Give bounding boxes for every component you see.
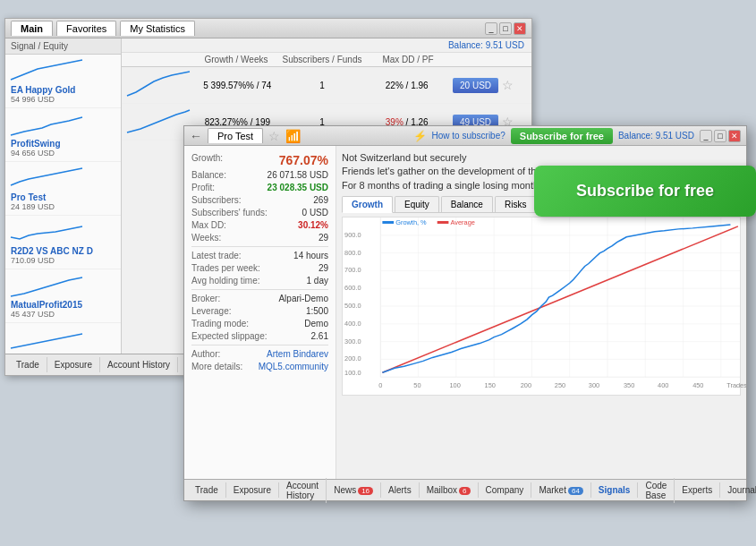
front-tab-protest[interactable]: Pro Test [208, 128, 263, 143]
svg-text:300: 300 [589, 382, 599, 389]
more-details-link[interactable]: MQL5.community [259, 362, 328, 371]
tab-equity[interactable]: Equity [395, 196, 439, 212]
list-item[interactable]: ProfitSwing 94 656 USD [5, 108, 121, 162]
svg-text:Growth, %: Growth, % [395, 219, 427, 226]
latest-trade-value: 14 hours [293, 251, 328, 260]
stat-max-dd: Max DD: 30.12% [191, 220, 328, 230]
signal-action: 20 USD ☆ [449, 78, 530, 93]
trading-mode-label: Trading mode: [191, 319, 249, 328]
signal-growth: 5 399.57%% / 74 [195, 81, 280, 90]
back-arrow-icon[interactable]: ← [190, 129, 202, 143]
tab-signals[interactable]: Signals [591, 482, 639, 498]
list-item[interactable]: Pro Test 24 189 USD [5, 162, 121, 216]
minimize-button[interactable]: _ [485, 22, 497, 35]
tab-journal[interactable]: Journal [720, 482, 756, 498]
more-details-label: More details: [191, 362, 242, 371]
stat-author: Author: Artem Bindarev [191, 349, 328, 359]
svg-text:450: 450 [692, 382, 703, 389]
svg-text:0: 0 [378, 382, 382, 389]
favorite-star-icon[interactable]: ☆ [268, 129, 280, 143]
stat-subscribers-funds: Subscribers' funds: 0 USD [191, 208, 328, 218]
tab-experts[interactable]: Experts [675, 482, 720, 498]
how-to-link[interactable]: How to subscribe? [432, 131, 505, 141]
tab-risks[interactable]: Risks [495, 196, 536, 212]
tab-code-base[interactable]: Code Base [638, 478, 675, 503]
stat-broker: Broker: Alpari-Demo [191, 294, 328, 303]
maximize-button[interactable]: □ [714, 130, 726, 142]
front-title-left: ← Pro Test ☆ 📶 [190, 128, 301, 143]
front-window-controls: _ □ ✕ [700, 130, 741, 142]
balance-display: Balance: 9.51 USD [618, 131, 694, 141]
close-button[interactable]: ✕ [728, 130, 741, 142]
tab-company[interactable]: Company [479, 482, 532, 498]
divider [191, 289, 328, 290]
svg-text:200.0: 200.0 [344, 356, 361, 363]
tab-exposure[interactable]: Exposure [47, 357, 100, 372]
stat-avg-holding: Avg holding time: 1 day [191, 276, 328, 286]
svg-rect-40 [382, 221, 394, 224]
stat-latest-trade: Latest trade: 14 hours [191, 251, 328, 260]
sidebar-item-value: 710.09 USD [11, 256, 115, 265]
signal-icon: 📶 [285, 129, 301, 143]
profit-label: Profit: [191, 183, 215, 192]
stat-balance: Balance: 26 071.58 USD [191, 170, 328, 180]
svg-text:300.0: 300.0 [344, 338, 361, 346]
front-title-bar: ← Pro Test ☆ 📶 ⚡ How to subscribe? Subsc… [184, 126, 746, 146]
subscribe-for-free-overlay[interactable]: Subscribe for free [534, 166, 756, 217]
market-badge: 64 [568, 487, 583, 495]
tab-trade[interactable]: Trade [188, 482, 226, 498]
tab-growth[interactable]: Growth [342, 196, 393, 213]
subscribers-funds-value: 0 USD [302, 208, 328, 218]
svg-line-19 [382, 226, 737, 372]
list-item[interactable]: MatualProfit2015 45 437 USD [5, 269, 121, 323]
tab-account-history[interactable]: Account History [279, 478, 327, 503]
expected-slippage-value: 2.61 [311, 331, 328, 341]
svg-text:Average: Average [451, 219, 475, 226]
favorite-star-icon[interactable]: ☆ [502, 78, 514, 92]
svg-text:250: 250 [555, 382, 565, 389]
maximize-button[interactable]: □ [499, 22, 512, 35]
stat-trades-per-week: Trades per week: 29 [191, 263, 328, 273]
subscribe-overlay-label: Subscribe for free [576, 182, 714, 200]
list-item[interactable]: EA Happy Gold 54 996 USD [5, 55, 121, 108]
svg-text:700.0: 700.0 [344, 268, 361, 275]
svg-text:150: 150 [485, 382, 496, 389]
sidebar-item-name: ProfitSwing [11, 139, 115, 149]
trading-mode-value: Demo [304, 319, 328, 328]
weeks-value: 29 [319, 233, 328, 243]
latest-trade-label: Latest trade: [191, 251, 242, 260]
tab-trade[interactable]: Trade [9, 357, 47, 372]
trades-per-week-label: Trades per week: [191, 263, 260, 273]
tab-main[interactable]: Main [11, 21, 53, 36]
signals-sidebar: Signal / Equity EA Happy Gold 54 996 USD… [5, 38, 122, 354]
tab-my-statistics[interactable]: My Statistics [120, 21, 195, 36]
col-max-dd-pf: Max DD / PF [365, 55, 451, 64]
minimize-button[interactable]: _ [700, 130, 712, 142]
sidebar-item-value: 24 189 USD [11, 202, 115, 211]
sidebar-item-value: 45 437 USD [11, 310, 115, 319]
tab-mailbox[interactable]: Mailbox6 [420, 482, 479, 498]
tab-account-history[interactable]: Account History [100, 357, 178, 372]
expected-slippage-label: Expected slippage: [191, 331, 268, 341]
svg-text:50: 50 [413, 382, 420, 389]
author-link[interactable]: Artem Bindarev [267, 349, 328, 359]
tab-favorites[interactable]: Favorites [56, 21, 116, 36]
subscribe-button[interactable]: 20 USD [453, 78, 498, 93]
stat-subscribers: Subscribers: 269 [191, 195, 328, 205]
list-item[interactable]: Acashflow 5 092 USD [5, 323, 121, 354]
list-item[interactable]: R2D2 VS ABC NZ D 710.09 USD [5, 216, 121, 269]
tab-exposure[interactable]: Exposure [226, 482, 279, 498]
subscribe-free-button[interactable]: Subscribe for free [511, 128, 613, 144]
tab-balance[interactable]: Balance [441, 196, 493, 212]
sidebar-header: Signal / Equity [5, 38, 121, 55]
tab-market[interactable]: Market64 [531, 482, 590, 498]
tab-alerts[interactable]: Alerts [381, 482, 420, 498]
stat-weeks: Weeks: 29 [191, 233, 328, 243]
tab-news[interactable]: News16 [327, 482, 381, 498]
svg-text:100: 100 [449, 382, 460, 389]
sidebar-col-signal: Signal / Equity [11, 41, 68, 51]
stat-leverage: Leverage: 1:500 [191, 306, 328, 316]
back-tabs: Main Favorites My Statistics [11, 21, 195, 36]
balance-label: Balance: [191, 170, 226, 180]
close-button[interactable]: ✕ [514, 22, 526, 35]
